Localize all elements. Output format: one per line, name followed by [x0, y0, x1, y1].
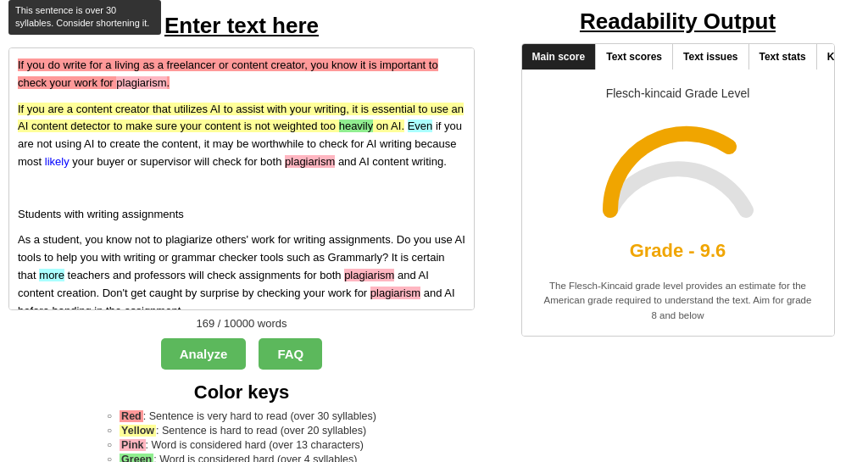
highlight-cyan-span: Even [408, 120, 433, 132]
highlight-yellow-span: If you are a content creator that utiliz… [18, 103, 464, 133]
color-keys-list: Red: Sentence is very hard to read (over… [107, 410, 376, 462]
tooltip-text: This sentence is over 30 syllables. Cons… [15, 5, 149, 28]
right-panel: Readability Output Main score Text score… [492, 0, 868, 462]
tab-kw-density[interactable]: KW density [817, 44, 835, 70]
readability-card: Main score Text scores Text issues Text … [521, 43, 835, 337]
paragraph-4: As a student, you know not to plagiarize… [18, 231, 465, 310]
card-body: Flesch-kincaid Grade Level Grade - 9.6 T… [522, 70, 834, 336]
color-key-yellow: Yellow: Sentence is hard to read (over 2… [107, 425, 376, 437]
flesch-title: Flesch-kincaid Grade Level [606, 86, 750, 100]
key-pink-desc: : Word is considered hard (over 13 chara… [146, 439, 364, 451]
grade-label: Grade - 9.6 [630, 240, 726, 262]
key-yellow-desc: : Sentence is hard to read (over 20 syll… [156, 425, 366, 437]
color-keys-title: Color keys [194, 381, 290, 404]
key-red-label: Red [120, 410, 143, 422]
paragraph-spacer [18, 180, 465, 198]
word-count: 169 / 10000 words [197, 317, 287, 330]
readability-title: Readability Output [580, 8, 776, 35]
page-title: Enter text here [164, 13, 319, 39]
gauge-container [593, 117, 763, 227]
paragraph-2: If you are a content creator that utiliz… [18, 101, 465, 171]
tab-main-score[interactable]: Main score [522, 44, 597, 70]
gauge-svg [593, 117, 763, 227]
faq-button[interactable]: FAQ [259, 338, 322, 370]
key-green-desc: : Word is considered hard (over 4 syllab… [153, 454, 357, 462]
key-yellow-label: Yellow [120, 425, 156, 437]
key-green-label: Green [120, 454, 153, 462]
key-red-desc: : Sentence is very hard to read (over 30… [143, 410, 376, 422]
paragraph-1: If you do write for a living as a freela… [18, 57, 465, 92]
color-key-green: Green: Word is considered hard (over 4 s… [107, 454, 376, 462]
color-key-red: Red: Sentence is very hard to read (over… [107, 410, 376, 422]
color-key-pink: Pink: Word is considered hard (over 13 c… [107, 439, 376, 451]
paragraph-3: Students with writing assignments [18, 206, 465, 224]
flesch-desc: The Flesch-Kincaid grade level provides … [535, 279, 821, 323]
highlight-red-span: If you do write for a living as a freela… [18, 58, 438, 89]
button-row: Analyze FAQ [161, 338, 323, 370]
tooltip-box: This sentence is over 30 syllables. Cons… [8, 0, 161, 35]
analyze-button[interactable]: Analyze [161, 338, 247, 370]
left-panel: This sentence is over 30 syllables. Cons… [0, 0, 492, 462]
text-area[interactable]: If you do write for a living as a freela… [8, 47, 475, 310]
tabs-row: Main score Text scores Text issues Text … [522, 44, 834, 70]
tab-text-stats[interactable]: Text stats [749, 44, 817, 70]
key-pink-label: Pink [120, 439, 145, 451]
tab-text-issues[interactable]: Text issues [673, 44, 748, 70]
tab-text-scores[interactable]: Text scores [596, 44, 673, 70]
highlight-blue-span: likely [45, 155, 70, 168]
